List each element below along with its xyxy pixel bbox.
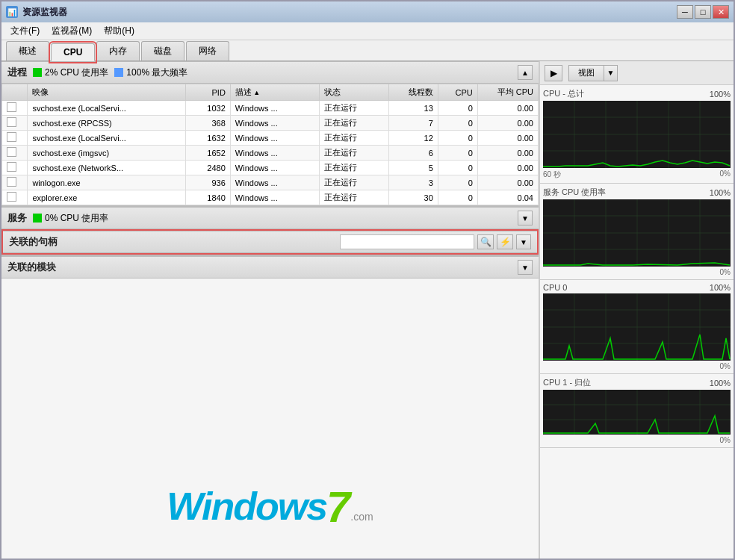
col-header-desc[interactable]: 描述: [230, 84, 319, 101]
view-dropdown-button[interactable]: ▼: [604, 65, 618, 81]
cell-threads: 30: [388, 190, 438, 205]
col-header-check: [2, 84, 28, 101]
process-table-body: svchost.exe (LocalServi... 1032 Windows …: [2, 101, 539, 205]
process-section-header[interactable]: 进程 2% CPU 使用率 100% 最大频率 ▲: [1, 61, 539, 84]
module-title: 关联的模块: [7, 261, 56, 274]
process-table-header-row: 映像 PID 描述 状态 线程数 CPU 平均 CPU: [2, 84, 539, 101]
cell-status: 正在运行: [320, 190, 389, 205]
row-checkbox[interactable]: [7, 177, 16, 187]
menu-help[interactable]: 帮助(H): [98, 23, 140, 39]
col-header-status[interactable]: 状态: [320, 84, 389, 101]
handle-collapse-button[interactable]: ▼: [516, 234, 531, 249]
cell-avgcpu: 0.00: [477, 175, 538, 190]
graph-cpu-total-header: CPU - 总计 100%: [543, 88, 731, 99]
watermark-windows-text: Windows: [167, 484, 326, 529]
handle-search-button[interactable]: 🔍: [477, 234, 494, 249]
cell-image: svchost.exe (RPCSS): [28, 116, 186, 131]
graph-cpu-total-pct: 0%: [720, 169, 731, 180]
cell-status: 正在运行: [320, 116, 389, 131]
services-collapse-button[interactable]: ▼: [518, 211, 533, 225]
cell-threads: 13: [388, 101, 438, 116]
watermark-logo: Windows 7 .com: [167, 484, 373, 529]
col-header-threads[interactable]: 线程数: [388, 84, 438, 101]
services-cpu-usage: 0% CPU 使用率: [45, 212, 108, 225]
watermark-seven: 7: [326, 485, 350, 529]
module-collapse-button[interactable]: ▼: [518, 260, 533, 275]
row-checkbox[interactable]: [7, 162, 16, 172]
table-row[interactable]: svchost.exe (RPCSS) 368 Windows ... 正在运行…: [2, 116, 539, 131]
watermark: Windows 7 .com: [167, 484, 373, 529]
cell-avgcpu: 0.04: [477, 190, 538, 205]
play-button[interactable]: ▶: [545, 65, 562, 81]
menu-monitor[interactable]: 监视器(M): [46, 23, 98, 39]
table-row[interactable]: explorer.exe 1840 Windows ... 正在运行 30 0 …: [2, 190, 539, 205]
row-checkbox[interactable]: [7, 117, 16, 127]
handle-search-input[interactable]: [340, 234, 474, 249]
cell-avgcpu: 0.00: [477, 101, 538, 116]
tab-overview[interactable]: 概述: [6, 41, 49, 60]
cell-desc: Windows ...: [230, 116, 319, 131]
cell-avgcpu: 0.00: [477, 116, 538, 131]
cell-avgcpu: 0.00: [477, 146, 538, 161]
cell-status: 正在运行: [320, 131, 389, 146]
handle-refresh-button[interactable]: ⚡: [497, 234, 513, 249]
graph-cpu0-pct: 0%: [720, 362, 731, 370]
tab-bar: 概述 CPU 内存 磁盘 网络: [1, 40, 734, 61]
minimize-button[interactable]: ─: [677, 5, 693, 19]
module-header-left: 关联的模块: [7, 261, 56, 274]
graph-cpu1-canvas: [543, 390, 731, 435]
services-header-left: 服务 0% CPU 使用率: [7, 211, 108, 225]
row-checkbox[interactable]: [7, 102, 16, 112]
services-section-header[interactable]: 服务 0% CPU 使用率 ▼: [1, 207, 539, 229]
cell-threads: 6: [388, 146, 438, 161]
close-button[interactable]: ✕: [713, 5, 729, 19]
graph-cpu-total-footer: 60 秒 0%: [543, 169, 731, 180]
main-area: 进程 2% CPU 使用率 100% 最大频率 ▲: [1, 61, 734, 559]
green-indicator: [33, 68, 42, 77]
module-section-header[interactable]: 关联的模块 ▼: [1, 256, 539, 279]
cell-pid: 936: [186, 175, 231, 190]
cell-threads: 7: [388, 116, 438, 131]
main-window: 📊 资源监视器 ─ □ ✕ 文件(F) 监视器(M) 帮助(H) 概述 CPU …: [0, 0, 735, 560]
row-checkbox[interactable]: [7, 132, 16, 142]
handle-search-area: 🔍 ⚡ ▼: [58, 234, 531, 249]
tab-memory[interactable]: 内存: [96, 41, 140, 60]
table-row[interactable]: svchost.exe (LocalServi... 1032 Windows …: [2, 101, 539, 116]
maximize-button[interactable]: □: [695, 5, 711, 19]
tab-network[interactable]: 网络: [186, 41, 229, 60]
blue-indicator: [114, 68, 123, 77]
graph-cpu1-max: 100%: [710, 379, 731, 388]
graph-service-cpu: 服务 CPU 使用率 100%: [540, 184, 734, 280]
col-header-image[interactable]: 映像: [28, 84, 186, 101]
title-bar-left: 📊 资源监视器: [6, 6, 67, 19]
cell-status: 正在运行: [320, 161, 389, 175]
graph-cpu0-title: CPU 0: [543, 283, 567, 292]
process-table-container[interactable]: 映像 PID 描述 状态 线程数 CPU 平均 CPU svchost.e: [1, 84, 539, 205]
right-panel: ▶ 视图 ▼ CPU - 总计 100%: [539, 61, 734, 559]
table-row[interactable]: svchost.exe (imgsvc) 1652 Windows ... 正在…: [2, 146, 539, 161]
process-cpu-usage: 2% CPU 使用率: [45, 66, 108, 79]
row-checkbox[interactable]: [7, 147, 16, 157]
tab-disk[interactable]: 磁盘: [141, 41, 184, 60]
cell-cpu: 0: [438, 146, 477, 161]
graph-service-cpu-title: 服务 CPU 使用率: [543, 187, 606, 198]
process-collapse-button[interactable]: ▲: [518, 65, 533, 80]
col-header-avgcpu[interactable]: 平均 CPU: [477, 84, 538, 101]
table-row[interactable]: svchost.exe (LocalServi... 1632 Windows …: [2, 131, 539, 146]
graph-cpu0-header: CPU 0 100%: [543, 283, 731, 292]
cell-threads: 5: [388, 161, 438, 175]
handle-header-left: 关联的句柄: [9, 235, 58, 249]
table-row[interactable]: svchost.exe (NetworkS... 2480 Windows ..…: [2, 161, 539, 175]
col-header-pid[interactable]: PID: [186, 84, 231, 101]
graph-cpu0-canvas: [543, 293, 731, 361]
tab-cpu[interactable]: CPU: [51, 43, 95, 61]
row-checkbox[interactable]: [7, 192, 16, 202]
cell-image: svchost.exe (NetworkS...: [28, 161, 186, 175]
col-header-cpu[interactable]: CPU: [438, 84, 477, 101]
cell-cpu: 0: [438, 161, 477, 175]
view-button[interactable]: 视图: [568, 65, 604, 81]
cell-desc: Windows ...: [230, 175, 319, 190]
table-row[interactable]: winlogon.exe 936 Windows ... 正在运行 3 0 0.…: [2, 175, 539, 190]
menu-file[interactable]: 文件(F): [4, 23, 46, 39]
handle-section-header[interactable]: 关联的句柄 🔍 ⚡ ▼: [3, 231, 537, 253]
